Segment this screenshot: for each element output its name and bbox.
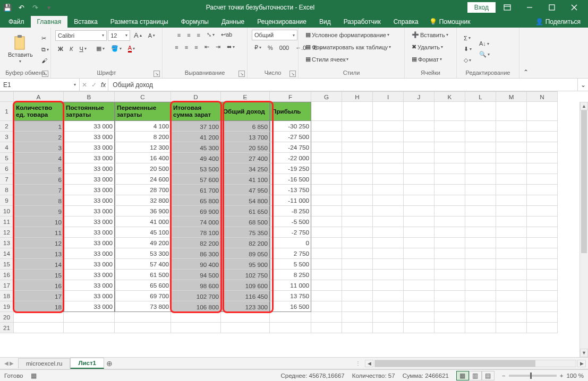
next-sheet-icon[interactable]: ▶ [10,360,14,366]
cell-blank[interactable] [465,185,496,195]
cell-blank[interactable] [342,323,373,333]
align-dialog-icon[interactable]: ↘ [238,71,245,77]
cell-blank[interactable] [404,280,434,291]
cell-blank[interactable] [342,217,373,227]
cell-12-E[interactable]: 75 350 [221,227,270,238]
row-header-12[interactable]: 12 [0,227,14,238]
font-color-button[interactable]: A▾ [125,43,138,54]
cell-blank[interactable] [342,153,373,163]
delete-cells-button[interactable]: ✖ Удалить▾ [409,42,446,52]
fill-color-button[interactable]: 🪣▾ [108,44,124,54]
cell-blank[interactable] [311,227,342,238]
cell-6-D[interactable]: 53 500 [171,163,221,174]
cell-4-C[interactable]: 12 300 [115,142,171,153]
cell-10-C[interactable]: 36 900 [115,206,171,217]
page-break-view-button[interactable]: ▤ [482,371,495,380]
cell-blank[interactable] [373,259,404,270]
cell-blank[interactable] [465,195,496,206]
cell-blank[interactable] [373,280,404,291]
cell-blank[interactable] [465,174,496,185]
cell-blank[interactable] [115,323,171,333]
cell-5-F[interactable]: -22 000 [270,153,311,163]
page-layout-view-button[interactable]: ▥ [469,371,482,380]
cell-blank[interactable] [404,291,434,301]
indent-inc-button[interactable]: ⇥ [213,42,223,52]
cell-4-A[interactable]: 3 [14,142,64,153]
cell-blank[interactable] [342,121,373,132]
cell-blank[interactable] [434,206,465,217]
orientation-button[interactable]: ⤡▾ [204,30,217,40]
align-top-button[interactable]: ≡ [175,30,183,40]
cell-blank[interactable] [342,185,373,195]
tell-me[interactable]: 💡Помощник [425,16,475,28]
number-format-select[interactable]: Общий▾ [252,30,297,40]
cell-blank[interactable] [404,142,434,153]
col-header-M[interactable]: M [496,91,527,102]
row-header-3[interactable]: 3 [0,132,14,142]
cell-blank[interactable] [527,163,558,174]
cell-blank[interactable] [311,206,342,217]
col-header-C[interactable]: C [115,91,171,102]
cell-blank[interactable] [14,312,64,323]
cell-18-E[interactable]: 116 450 [221,291,270,301]
cell-3-D[interactable]: 41 200 [171,132,221,142]
cell-blank[interactable] [404,227,434,238]
cell-blank[interactable] [270,312,311,323]
cell-9-D[interactable]: 65 800 [171,195,221,206]
cell-blank[interactable] [221,312,270,323]
font-size-select[interactable]: 12▾ [108,30,130,41]
cell-blank[interactable] [311,217,342,227]
cell-10-E[interactable]: 61 650 [221,206,270,217]
tab-help[interactable]: Справка [387,16,425,28]
cell-3-C[interactable]: 8 200 [115,132,171,142]
cell-8-F[interactable]: -13 750 [270,185,311,195]
cell-7-E[interactable]: 41 100 [221,174,270,185]
table-header-4[interactable]: Общий доход [221,102,270,121]
cell-4-F[interactable]: -24 750 [270,142,311,153]
row-header-11[interactable]: 11 [0,217,14,227]
expand-formula-bar-icon[interactable]: ⌄ [577,79,588,91]
col-header-I[interactable]: I [373,91,404,102]
cell-blank[interactable] [404,238,434,248]
cell-blank[interactable] [404,163,434,174]
row-header-18[interactable]: 18 [0,291,14,301]
cell-6-B[interactable]: 33 000 [64,163,115,174]
cell-blank[interactable] [434,121,465,132]
cell-15-D[interactable]: 90 400 [171,259,221,270]
cell-blank[interactable] [311,301,342,312]
cell-15-F[interactable]: 5 500 [270,259,311,270]
cell-blank[interactable] [373,185,404,195]
share-button[interactable]: 👤Поделиться [530,16,586,28]
cell-15-B[interactable]: 33 000 [64,259,115,270]
cell-blank[interactable] [496,121,527,132]
cell-blank[interactable] [496,248,527,259]
cell-12-B[interactable]: 33 000 [64,227,115,238]
cell-5-E[interactable]: 27 400 [221,153,270,163]
cell-7-D[interactable]: 57 600 [171,174,221,185]
cell-blank[interactable] [527,323,558,333]
cell-17-F[interactable]: 11 000 [270,280,311,291]
tab-view[interactable]: Вид [313,16,337,28]
cell-blank[interactable] [434,174,465,185]
col-header-L[interactable]: L [465,91,496,102]
cell-blank[interactable] [434,259,465,270]
cell-blank[interactable] [404,102,434,121]
cell-blank[interactable] [434,185,465,195]
cell-blank[interactable] [404,153,434,163]
cell-blank[interactable] [434,217,465,227]
cell-blank[interactable] [342,238,373,248]
cell-blank[interactable] [373,227,404,238]
cell-blank[interactable] [311,280,342,291]
cell-6-E[interactable]: 34 250 [221,163,270,174]
table-header-1[interactable]: Постоянные затраты [64,102,115,121]
cell-blank[interactable] [434,248,465,259]
cell-13-D[interactable]: 82 200 [171,238,221,248]
scroll-thumb[interactable] [581,110,587,253]
cell-6-F[interactable]: -19 250 [270,163,311,174]
worksheet-grid[interactable]: ABCDEFGHIJKLMN1Количество ед. товараПост… [0,91,588,358]
cell-2-C[interactable]: 4 100 [115,121,171,132]
table-header-5[interactable]: Прибыль [270,102,311,121]
cell-blank[interactable] [115,312,171,323]
cell-13-C[interactable]: 49 200 [115,238,171,248]
cell-styles-button[interactable]: ▦ Стили ячеек▾ [303,54,351,64]
